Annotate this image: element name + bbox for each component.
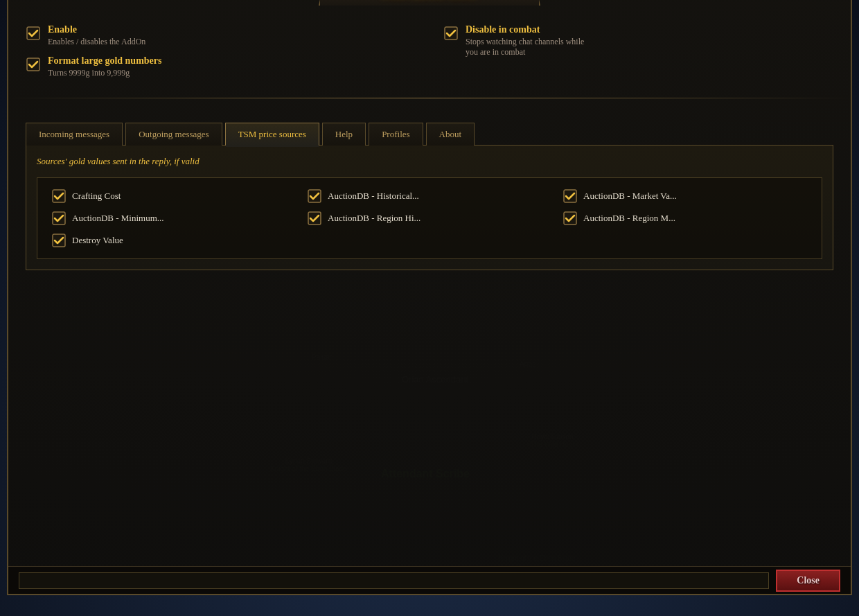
title-bar: Price Answer 0.0.15: [319, 0, 540, 6]
disable-combat-label: Disable in combat: [466, 24, 584, 35]
enable-checkbox-text: Enable Enables / disables the AddOn: [48, 24, 145, 47]
main-dialog: Price Answer 0.0.15: [7, 0, 852, 595]
source-destroy-checkbox[interactable]: [51, 233, 67, 248]
disable-combat-checkbox[interactable]: [443, 26, 459, 41]
format-gold-row[interactable]: Format large gold numbers Turns 9999g in…: [26, 55, 416, 78]
panel-description: Sources' gold values sent in the reply, …: [37, 156, 822, 167]
tab-profiles[interactable]: Profiles: [369, 123, 423, 146]
source-historical-label: AuctionDB - Historical...: [328, 191, 419, 202]
source-crafting-cost[interactable]: Crafting Cost: [51, 188, 296, 204]
disable-combat-row[interactable]: Disable in combat Stops watching chat ch…: [443, 24, 833, 58]
source-market-label: AuctionDB - Market Va...: [583, 191, 677, 202]
source-minimum-label: AuctionDB - Minimum...: [72, 213, 164, 224]
tab-outgoing-label: Outgoing messages: [139, 129, 209, 139]
source-region-hi-label: AuctionDB - Region Hi...: [328, 213, 420, 224]
source-market-checkbox[interactable]: [563, 188, 578, 204]
tab-tsm-label: TSM price sources: [238, 129, 306, 139]
enable-label: Enable: [48, 24, 145, 35]
disable-combat-desc: Stops watching chat channels whileyou ar…: [466, 37, 584, 58]
tab-help-label: Help: [335, 129, 353, 139]
source-destroy-value[interactable]: Destroy Value: [51, 233, 296, 248]
source-auctiondb-region-hi[interactable]: AuctionDB - Region Hi...: [307, 211, 552, 226]
source-auctiondb-historical[interactable]: AuctionDB - Historical...: [307, 188, 552, 204]
format-gold-checkbox[interactable]: [26, 57, 41, 72]
bottom-bar: Close: [8, 566, 851, 594]
tab-tsm[interactable]: TSM price sources: [225, 123, 319, 146]
tab-about-label: About: [439, 129, 462, 139]
format-gold-text: Format large gold numbers Turns 9999g in…: [48, 55, 161, 78]
source-auctiondb-minimum[interactable]: AuctionDB - Minimum...: [51, 211, 296, 226]
close-button[interactable]: Close: [776, 570, 840, 592]
tab-panel-tsm: Sources' gold values sent in the reply, …: [26, 145, 833, 270]
source-crafting-cost-label: Crafting Cost: [72, 191, 121, 202]
sources-grid: Crafting Cost AuctionDB - Historical... …: [37, 177, 822, 259]
source-region-m-checkbox[interactable]: [563, 211, 578, 226]
source-region-m-label: AuctionDB - Region M...: [583, 213, 675, 224]
source-crafting-cost-checkbox[interactable]: [51, 188, 67, 204]
top-checkboxes-section: Enable Enables / disables the AddOn: [26, 17, 833, 112]
tabs-container: Incoming messages Outgoing messages TSM …: [26, 123, 833, 146]
dialog-content: Enable Enables / disables the AddOn: [8, 7, 851, 594]
source-historical-checkbox[interactable]: [307, 188, 322, 204]
format-gold-label: Format large gold numbers: [48, 55, 161, 67]
left-checkboxes: Enable Enables / disables the AddOn: [26, 24, 416, 84]
tab-outgoing[interactable]: Outgoing messages: [125, 123, 222, 146]
enable-checkbox-row[interactable]: Enable Enables / disables the AddOn: [26, 24, 416, 47]
tab-incoming-label: Incoming messages: [39, 129, 109, 139]
disable-combat-text: Disable in combat Stops watching chat ch…: [466, 24, 584, 58]
tab-help[interactable]: Help: [322, 123, 366, 146]
enable-checkbox[interactable]: [26, 26, 41, 41]
checkboxes-grid: Enable Enables / disables the AddOn: [26, 24, 833, 84]
tab-about[interactable]: About: [426, 123, 475, 146]
tab-profiles-label: Profiles: [382, 129, 409, 139]
section-divider: [8, 98, 851, 98]
source-minimum-checkbox[interactable]: [51, 211, 67, 226]
source-region-hi-checkbox[interactable]: [307, 211, 322, 226]
status-input[interactable]: [19, 572, 769, 589]
tab-incoming[interactable]: Incoming messages: [26, 123, 123, 146]
right-checkboxes: Disable in combat Stops watching chat ch…: [443, 24, 833, 84]
format-gold-desc: Turns 9999g into 9,999g: [48, 68, 161, 78]
enable-desc: Enables / disables the AddOn: [48, 37, 145, 47]
source-auctiondb-region-m[interactable]: AuctionDB - Region M...: [563, 211, 808, 226]
source-auctiondb-market[interactable]: AuctionDB - Market Va...: [563, 188, 808, 204]
source-destroy-label: Destroy Value: [72, 235, 123, 246]
